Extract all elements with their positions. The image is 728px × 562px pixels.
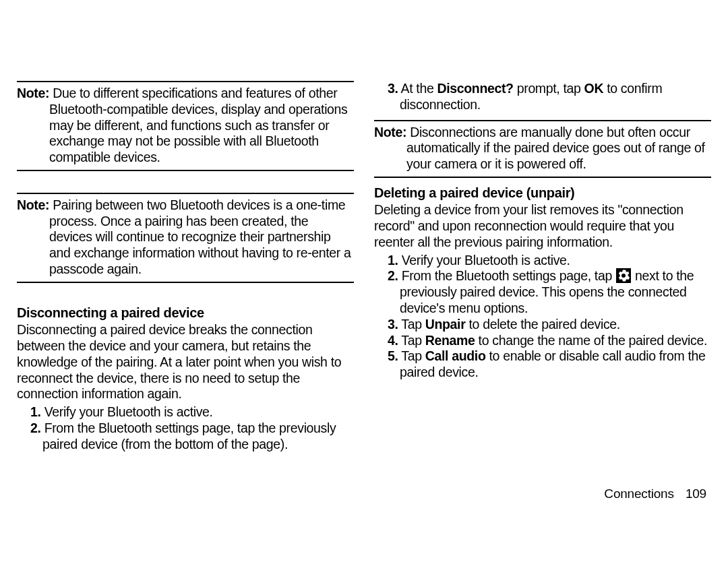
disconnect-step-3: 3. At the Disconnect? prompt, tap OK to … (374, 81, 711, 113)
rename-bold: Rename (425, 333, 475, 348)
delete-step-5: 5. Tap Call audio to enable or disable c… (374, 348, 711, 381)
section-name: Connections (604, 487, 673, 501)
heading-deleting: Deleting a paired device (unpair) (374, 185, 711, 201)
disconnecting-intro: Disconnecting a paired device breaks the… (17, 322, 354, 402)
step-number: 5. (388, 348, 398, 363)
page-number: 109 (686, 487, 706, 501)
unpair-bold: Unpair (425, 317, 466, 332)
delete-step-4: 4. Tap Rename to change the name of the … (374, 333, 711, 349)
note-block-3: Note: Disconnections are manually done b… (374, 120, 711, 178)
step-text: Verify your Bluetooth is active. (44, 404, 213, 419)
step-text-part: to delete the paired device. (465, 317, 619, 332)
note-body: Pairing between two Bluetooth devices is… (49, 197, 351, 276)
manual-page: Note: Due to different specifications an… (0, 0, 728, 562)
step-number: 4. (388, 333, 398, 348)
step-text: Verify your Bluetooth is active. (402, 253, 570, 268)
note-1-text: Note: Due to different specifications an… (17, 86, 354, 166)
step-text-part: to change the name of the paired device. (475, 333, 707, 348)
step-text-part: At the (401, 81, 437, 96)
delete-step-1: 1. Verify your Bluetooth is active. (374, 253, 711, 269)
heading-disconnecting: Disconnecting a paired device (17, 305, 354, 321)
step-text-part: Tap (401, 348, 425, 363)
note-label: Note: (17, 197, 49, 212)
disconnect-prompt-bold: Disconnect? (437, 81, 514, 96)
left-column: Note: Due to different specifications an… (17, 81, 354, 452)
step-number: 2. (388, 268, 398, 283)
step-text-part: prompt, tap (514, 81, 584, 96)
right-column: 3. At the Disconnect? prompt, tap OK to … (374, 81, 711, 452)
step-number: 2. (30, 420, 41, 435)
step-text-part: From the Bluetooth settings page, tap (402, 268, 615, 283)
step-number: 1. (30, 404, 41, 419)
note-3-text: Note: Disconnections are manually done b… (374, 125, 711, 173)
step-number: 3. (388, 81, 398, 96)
note-label: Note: (374, 125, 406, 139)
note-label: Note: (17, 86, 49, 100)
step-text-part: Tap (401, 333, 425, 348)
step-number: 1. (388, 253, 398, 268)
call-audio-bold: Call audio (425, 348, 486, 363)
note-body: Due to different specifications and feat… (49, 86, 348, 164)
disconnect-step-2: 2. From the Bluetooth settings page, tap… (17, 420, 354, 453)
note-2-text: Note: Pairing between two Bluetooth devi… (17, 197, 354, 278)
deleting-intro: Deleting a device from your list removes… (374, 202, 711, 250)
delete-step-2: 2. From the Bluetooth settings page, tap… (374, 268, 711, 316)
two-column-layout: Note: Due to different specifications an… (17, 81, 711, 452)
gear-icon (616, 268, 631, 283)
page-footer: Connections 109 (604, 487, 706, 501)
step-text: From the Bluetooth settings page, tap th… (42, 420, 336, 451)
step-number: 3. (388, 317, 398, 332)
step-text-part: Tap (401, 317, 425, 332)
disconnect-step-1: 1. Verify your Bluetooth is active. (17, 404, 354, 420)
note-body: Disconnections are manually done but oft… (406, 125, 705, 172)
ok-bold: OK (584, 81, 604, 96)
delete-step-3: 3. Tap Unpair to delete the paired devic… (374, 317, 711, 333)
note-block-1: Note: Due to different specifications an… (17, 81, 354, 171)
note-block-2: Note: Pairing between two Bluetooth devi… (17, 193, 354, 283)
